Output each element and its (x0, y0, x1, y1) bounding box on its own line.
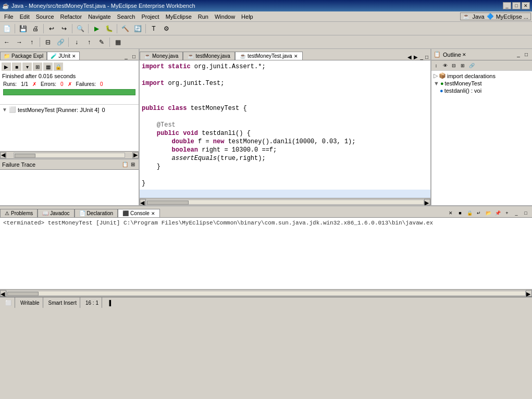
editor-scroll-thumb[interactable] (147, 201, 189, 205)
menu-run[interactable]: Run (195, 13, 212, 21)
tab-problems[interactable]: ⚠ Problems (0, 209, 38, 217)
menu-window[interactable]: Window (212, 13, 238, 21)
java-perspective-label[interactable]: Java (472, 14, 484, 20)
tab-junit[interactable]: 🧪 JUnit ✕ (47, 52, 80, 60)
menu-navigate[interactable]: Navigate (85, 13, 114, 21)
bottom-maximize[interactable]: □ (522, 209, 530, 217)
junit-scroll-lock-button[interactable]: 🔒 (54, 63, 63, 71)
test-item-root[interactable]: ▼ ⬜ testMoneyTest [Runner: JUnit 4] 0 (1, 106, 138, 114)
tab-money-java[interactable]: ☕ Money.java (140, 52, 183, 60)
console-new-btn[interactable]: + (503, 209, 511, 217)
outline-item-class[interactable]: ▼ ● testMoneyTest (432, 80, 531, 87)
last-edit-button[interactable]: ✎ (96, 36, 107, 48)
outline-collapse-btn[interactable]: ⊟ (450, 61, 458, 70)
save-button[interactable]: 💾 (17, 23, 29, 34)
editor-scroll-left-btn[interactable]: ◀ (140, 199, 146, 205)
junit-rerun-button[interactable]: ▶ (2, 63, 11, 71)
editor-scroll-left[interactable]: ◀ (406, 54, 413, 60)
menu-source[interactable]: Source (33, 13, 57, 21)
junit-stop-button[interactable]: ■ (12, 63, 21, 71)
close-button[interactable]: ✕ (522, 2, 530, 9)
bottom-minimize[interactable]: _ (512, 209, 521, 217)
menu-myeclipse[interactable]: MyEclipse (163, 13, 195, 21)
editor-scroll-right-btn[interactable]: ▶ (424, 199, 430, 205)
search-button[interactable]: 🔍 (75, 23, 86, 34)
forward-button[interactable]: → (14, 36, 25, 48)
left-panel-maximize[interactable]: □ (130, 53, 138, 60)
junit-tab-close[interactable]: ✕ (72, 54, 76, 59)
redo-button[interactable]: ↪ (58, 23, 70, 34)
failure-trace-filter-btn[interactable]: ⊞ (129, 161, 137, 168)
undo-button[interactable]: ↩ (46, 23, 57, 34)
outline-item-imports[interactable]: ▷ 📦 import declarations (432, 72, 531, 80)
editor-scroll-track[interactable] (146, 200, 424, 205)
collapse-all-button[interactable]: ⊟ (42, 36, 54, 48)
minimize-button[interactable]: _ (503, 2, 511, 9)
link-button[interactable]: 🔗 (55, 36, 66, 48)
junit-history-button[interactable]: ▾ (22, 63, 32, 71)
tab-testmoney-java[interactable]: ☕ testMoney.java (183, 52, 235, 60)
new-button[interactable]: 📄 (1, 23, 13, 34)
left-panel-scrollbar[interactable]: ◀ ▶ (0, 151, 139, 158)
refresh-button[interactable]: 🔄 (132, 23, 143, 34)
menu-search[interactable]: Search (114, 13, 139, 21)
outline-filter-btn[interactable]: ⊞ (459, 61, 467, 70)
testmoneytest-tab-close[interactable]: ✕ (294, 54, 298, 59)
console-stop-btn[interactable]: ■ (456, 209, 464, 217)
tab-declaration[interactable]: 📄 Declaration (75, 209, 118, 217)
maximize-button[interactable]: □ (512, 2, 521, 9)
tab-console[interactable]: ⬛ Console ✕ (118, 209, 160, 217)
outline-minimize[interactable]: _ (515, 51, 522, 58)
properties-button[interactable]: ⚙ (160, 23, 172, 34)
failure-trace-copy-btn[interactable]: 📋 (121, 161, 129, 168)
console-open-file-btn[interactable]: 📂 (484, 209, 492, 217)
editor-minimize[interactable]: _ (419, 54, 424, 60)
outline-sort-btn[interactable]: ↕ (432, 61, 440, 70)
print-button[interactable]: 🖨 (30, 23, 41, 34)
menu-project[interactable]: Project (138, 13, 162, 21)
console-clear-btn[interactable]: ✕ (447, 209, 455, 217)
junit-filter-button[interactable]: ⊞ (33, 63, 42, 71)
menu-refactor[interactable]: Refactor (57, 13, 85, 21)
editor-scrollbar[interactable]: ◀ ▶ (140, 198, 430, 205)
bottom-scroll-left[interactable]: ◀ (0, 290, 6, 296)
layout-button[interactable]: ▦ (112, 36, 123, 48)
junit-layout-button[interactable]: ▦ (43, 63, 53, 71)
menu-help[interactable]: Help (238, 13, 256, 21)
scroll-thumb[interactable] (15, 154, 35, 158)
left-panel-minimize[interactable]: _ (122, 53, 130, 60)
tab-testmoneytest-java[interactable]: ☕ testMoneyTest.java ✕ (235, 52, 303, 60)
outline-maximize[interactable]: □ (523, 51, 530, 58)
outline-item-method[interactable]: ● testdanli() : voi (439, 87, 531, 94)
bottom-scroll-thumb[interactable] (7, 292, 39, 296)
build-button[interactable]: 🔨 (119, 23, 131, 34)
editor-maximize[interactable]: □ (424, 54, 429, 60)
outline-link-btn[interactable]: 🔗 (467, 61, 476, 70)
tab-javadoc[interactable]: 📖 Javadoc (38, 209, 74, 217)
back-button[interactable]: ← (1, 36, 13, 48)
up-button[interactable]: ↑ (26, 36, 38, 48)
bottom-panel-scrollbar[interactable]: ◀ ▶ (0, 289, 532, 296)
console-word-wrap-btn[interactable]: ↵ (475, 209, 483, 217)
code-editor[interactable]: import static org.junit.Assert.*; import… (140, 60, 430, 198)
run-button[interactable]: ▶ (91, 23, 102, 34)
next-ann-button[interactable]: ↓ (71, 36, 82, 48)
debug-button[interactable]: 🐛 (103, 23, 115, 34)
scroll-track[interactable] (14, 153, 125, 158)
outline-hide-btn[interactable]: 👁 (441, 61, 449, 70)
scroll-right-button[interactable]: ▶ (132, 152, 139, 158)
bottom-scroll-track[interactable] (6, 291, 526, 296)
menu-edit[interactable]: Edit (17, 13, 33, 21)
editor-scroll-right[interactable]: ▶ (413, 54, 419, 60)
tab-package-explorer[interactable]: 📁 Package Expl (0, 52, 47, 60)
menu-file[interactable]: File (1, 13, 17, 21)
myeclipse-perspective-label[interactable]: MyEclipse ... (496, 14, 528, 20)
left-panel-tabs: 📁 Package Expl 🧪 JUnit ✕ _ □ (0, 49, 139, 60)
console-scroll-lock-btn[interactable]: 🔒 (465, 209, 474, 217)
bottom-scroll-right[interactable]: ▶ (526, 290, 532, 296)
console-pin-btn[interactable]: 📌 (493, 209, 502, 217)
scroll-left-button[interactable]: ◀ (0, 152, 6, 158)
console-tab-close[interactable]: ✕ (151, 211, 155, 216)
open-type-button[interactable]: T (148, 23, 159, 34)
prev-ann-button[interactable]: ↑ (83, 36, 95, 48)
